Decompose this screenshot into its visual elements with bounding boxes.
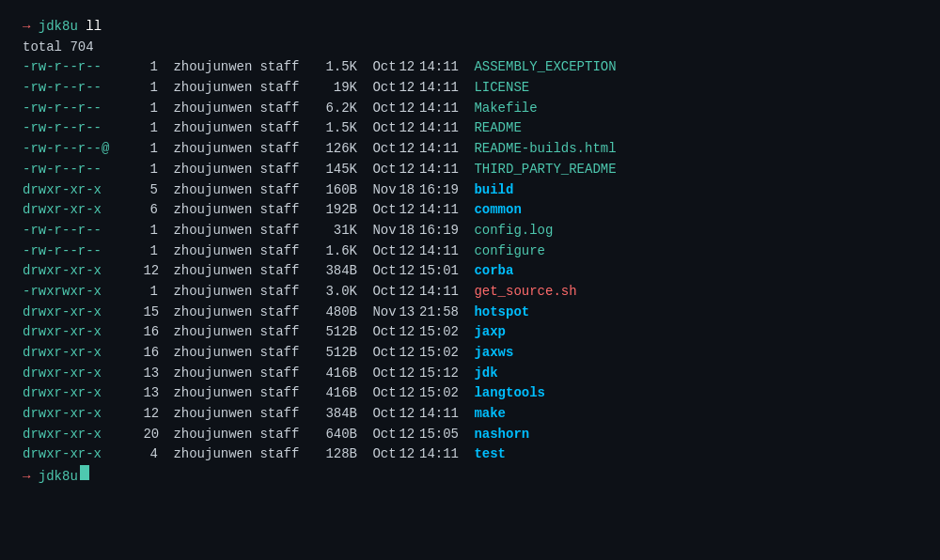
table-row: drwxr-xr-x 13 zhoujunwen staff 416B Oct … bbox=[23, 383, 917, 404]
filename: README-builds.html bbox=[459, 139, 617, 160]
month: Oct bbox=[357, 78, 391, 99]
group: staff bbox=[252, 99, 308, 119]
group: staff bbox=[252, 303, 308, 323]
perms: drwxr-xr-x bbox=[23, 444, 135, 465]
link-count: 13 bbox=[135, 383, 158, 404]
day: 12 bbox=[391, 78, 410, 99]
perms: drwxr-xr-x bbox=[23, 425, 135, 445]
group: staff bbox=[252, 364, 308, 384]
owner: zhoujunwen bbox=[158, 322, 252, 343]
perms: -rw-r--r-- bbox=[23, 118, 135, 139]
prompt-arrow-2: → bbox=[23, 467, 30, 488]
link-count: 4 bbox=[135, 444, 158, 465]
day: 12 bbox=[391, 404, 410, 425]
total-text: total 704 bbox=[23, 38, 94, 58]
link-count: 1 bbox=[135, 160, 158, 180]
day: 18 bbox=[391, 221, 410, 241]
day: 12 bbox=[391, 343, 410, 364]
filename: jaxp bbox=[459, 322, 506, 343]
owner: zhoujunwen bbox=[158, 78, 252, 99]
time: 14:11 bbox=[410, 241, 459, 262]
size: 1.6K bbox=[308, 241, 357, 262]
filename: jaxws bbox=[459, 343, 513, 364]
size: 6.2K bbox=[308, 99, 357, 119]
perms: -rw-r--r-- bbox=[23, 57, 135, 78]
group: staff bbox=[252, 282, 308, 303]
prompt-arrow-1: → bbox=[23, 17, 30, 38]
filename: config.log bbox=[459, 221, 553, 241]
table-row: -rw-r--r-- 1 zhoujunwen staff 1.5K Oct 1… bbox=[23, 118, 917, 139]
owner: zhoujunwen bbox=[158, 303, 252, 323]
owner: zhoujunwen bbox=[158, 200, 252, 221]
perms: drwxr-xr-x bbox=[23, 364, 135, 384]
perms: drwxr-xr-x bbox=[23, 322, 135, 343]
owner: zhoujunwen bbox=[158, 343, 252, 364]
group: staff bbox=[252, 118, 308, 139]
size: 384B bbox=[308, 404, 357, 425]
time: 14:11 bbox=[410, 139, 459, 160]
size: 145K bbox=[308, 160, 357, 180]
terminal: → jdk8u ll total 704 -rw-r--r-- 1 zhouju… bbox=[13, 9, 927, 560]
size: 640B bbox=[308, 425, 357, 445]
time: 15:02 bbox=[410, 383, 459, 404]
owner: zhoujunwen bbox=[158, 364, 252, 384]
filename: LICENSE bbox=[459, 78, 529, 99]
table-row: drwxr-xr-x 20 zhoujunwen staff 640B Oct … bbox=[23, 425, 917, 445]
table-row: drwxr-xr-x 12 zhoujunwen staff 384B Oct … bbox=[23, 404, 917, 425]
size: 512B bbox=[308, 343, 357, 364]
time: 15:05 bbox=[410, 425, 459, 445]
owner: zhoujunwen bbox=[158, 221, 252, 241]
day: 12 bbox=[391, 99, 410, 119]
month: Nov bbox=[357, 303, 391, 323]
link-count: 13 bbox=[135, 364, 158, 384]
perms: -rw-r--r-- bbox=[23, 78, 135, 99]
group: staff bbox=[252, 425, 308, 445]
day: 12 bbox=[391, 322, 410, 343]
group: staff bbox=[252, 343, 308, 364]
group: staff bbox=[252, 322, 308, 343]
perms: drwxr-xr-x bbox=[23, 343, 135, 364]
table-row: drwxr-xr-x 12 zhoujunwen staff 384B Oct … bbox=[23, 261, 917, 282]
group: staff bbox=[252, 383, 308, 404]
time: 14:11 bbox=[410, 282, 459, 303]
day: 18 bbox=[391, 180, 410, 201]
table-row: -rw-r--r-- 1 zhoujunwen staff 145K Oct 1… bbox=[23, 160, 917, 180]
table-row: drwxr-xr-x 6 zhoujunwen staff 192B Oct 1… bbox=[23, 200, 917, 221]
owner: zhoujunwen bbox=[158, 383, 252, 404]
group: staff bbox=[252, 57, 308, 78]
filename: nashorn bbox=[459, 425, 529, 445]
month: Oct bbox=[357, 322, 391, 343]
group: staff bbox=[252, 200, 308, 221]
time: 15:12 bbox=[410, 364, 459, 384]
table-row: drwxr-xr-x 15 zhoujunwen staff 480B Nov … bbox=[23, 303, 917, 323]
month: Oct bbox=[357, 261, 391, 282]
link-count: 20 bbox=[135, 425, 158, 445]
day: 12 bbox=[391, 383, 410, 404]
table-row: drwxr-xr-x 16 zhoujunwen staff 512B Oct … bbox=[23, 322, 917, 343]
time: 14:11 bbox=[410, 200, 459, 221]
group: staff bbox=[252, 160, 308, 180]
size: 3.0K bbox=[308, 282, 357, 303]
time: 14:11 bbox=[410, 444, 459, 465]
perms: drwxr-xr-x bbox=[23, 404, 135, 425]
size: 1.5K bbox=[308, 118, 357, 139]
filename: jdk bbox=[459, 364, 498, 384]
day: 12 bbox=[391, 425, 410, 445]
time: 15:02 bbox=[410, 343, 459, 364]
link-count: 6 bbox=[135, 200, 158, 221]
table-row: drwxr-xr-x 13 zhoujunwen staff 416B Oct … bbox=[23, 364, 917, 384]
filename: configure bbox=[459, 241, 545, 262]
month: Oct bbox=[357, 139, 391, 160]
filename: common bbox=[459, 200, 522, 221]
time: 14:11 bbox=[410, 78, 459, 99]
owner: zhoujunwen bbox=[158, 180, 252, 201]
time: 14:11 bbox=[410, 160, 459, 180]
group: staff bbox=[252, 261, 308, 282]
total-line: total 704 bbox=[23, 38, 917, 58]
month: Oct bbox=[357, 343, 391, 364]
table-row: -rw-r--r--@ 1 zhoujunwen staff 126K Oct … bbox=[23, 139, 917, 160]
month: Oct bbox=[357, 57, 391, 78]
link-count: 16 bbox=[135, 322, 158, 343]
filename: get_source.sh bbox=[459, 282, 577, 303]
size: 416B bbox=[308, 383, 357, 404]
